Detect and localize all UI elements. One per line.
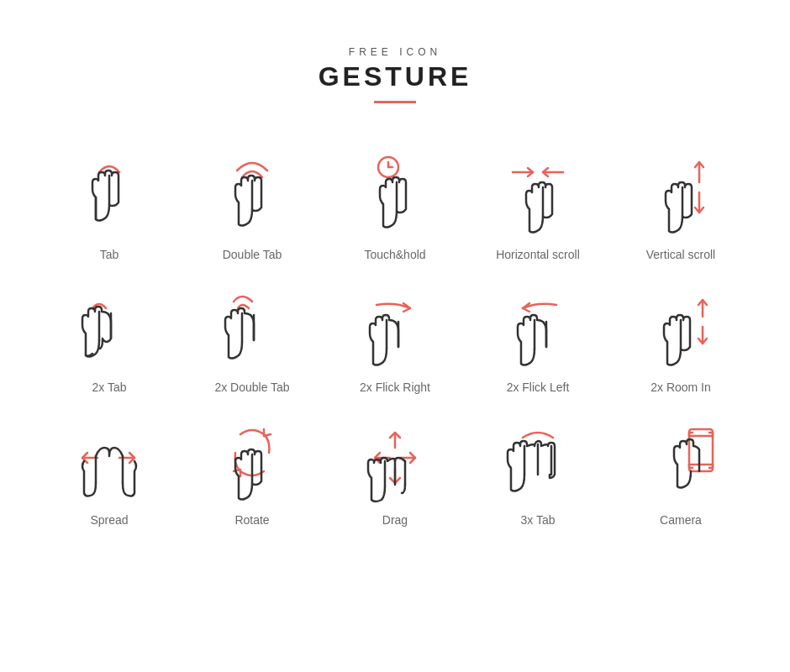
2x-tab-icon: [67, 278, 151, 370]
rotate-icon: [210, 411, 294, 503]
drag-label: Drag: [382, 513, 408, 527]
drag-icon: [353, 411, 437, 503]
icon-horizontal-scroll: Horizontal scroll: [471, 145, 605, 261]
spread-label: Spread: [90, 513, 128, 527]
double-tab-label: Double Tab: [223, 248, 282, 261]
icon-3x-tab: 3x Tab: [471, 411, 605, 527]
3x-tab-label: 3x Tab: [521, 513, 556, 527]
icon-spread: Spread: [42, 411, 176, 527]
vertical-scroll-label: Vertical scroll: [646, 248, 715, 261]
icon-drag: Drag: [328, 411, 462, 527]
touch-hold-label: Touch&hold: [364, 248, 425, 261]
icon-touch-hold: Touch&hold: [328, 145, 462, 261]
icon-2x-room-in: 2x Room In: [614, 278, 748, 394]
vertical-scroll-icon: [639, 145, 723, 238]
camera-label: Camera: [660, 513, 702, 527]
double-tab-icon: [210, 145, 294, 238]
2x-flick-left-label: 2x Flick Left: [507, 381, 570, 394]
2x-flick-left-icon: [496, 278, 580, 370]
icon-grid: Tab Double Tab Touch&hold: [42, 145, 748, 527]
tab-label: Tab: [100, 248, 119, 261]
header-subtitle: FREE ICON: [319, 46, 472, 58]
camera-icon: [639, 411, 723, 503]
2x-double-tab-icon: [210, 278, 294, 370]
2x-room-in-icon: [639, 278, 723, 370]
horizontal-scroll-icon: [496, 145, 580, 238]
rotate-label: Rotate: [234, 513, 269, 527]
3x-tab-icon: [496, 411, 580, 503]
touch-hold-icon: [353, 145, 437, 238]
page-header: FREE ICON GESTURE: [319, 46, 472, 103]
icon-vertical-scroll: Vertical scroll: [614, 145, 748, 261]
2x-flick-right-label: 2x Flick Right: [360, 381, 430, 394]
2x-flick-right-icon: [353, 278, 437, 370]
icon-tab: Tab: [42, 145, 176, 261]
icon-double-tab: Double Tab: [185, 145, 319, 261]
tab-icon: [67, 145, 151, 238]
2x-room-in-label: 2x Room In: [650, 381, 711, 394]
icon-2x-flick-left: 2x Flick Left: [471, 278, 605, 394]
icon-rotate: Rotate: [185, 411, 319, 527]
icon-2x-double-tab: 2x Double Tab: [185, 278, 319, 394]
2x-double-tab-label: 2x Double Tab: [214, 381, 289, 394]
header-title: GESTURE: [319, 61, 472, 92]
icon-2x-flick-right: 2x Flick Right: [328, 278, 462, 394]
header-underline: [374, 101, 416, 103]
icon-2x-tab: 2x Tab: [42, 278, 176, 394]
horizontal-scroll-label: Horizontal scroll: [496, 248, 580, 261]
spread-icon: [67, 411, 151, 503]
2x-tab-label: 2x Tab: [92, 381, 127, 394]
icon-camera: Camera: [614, 411, 748, 527]
